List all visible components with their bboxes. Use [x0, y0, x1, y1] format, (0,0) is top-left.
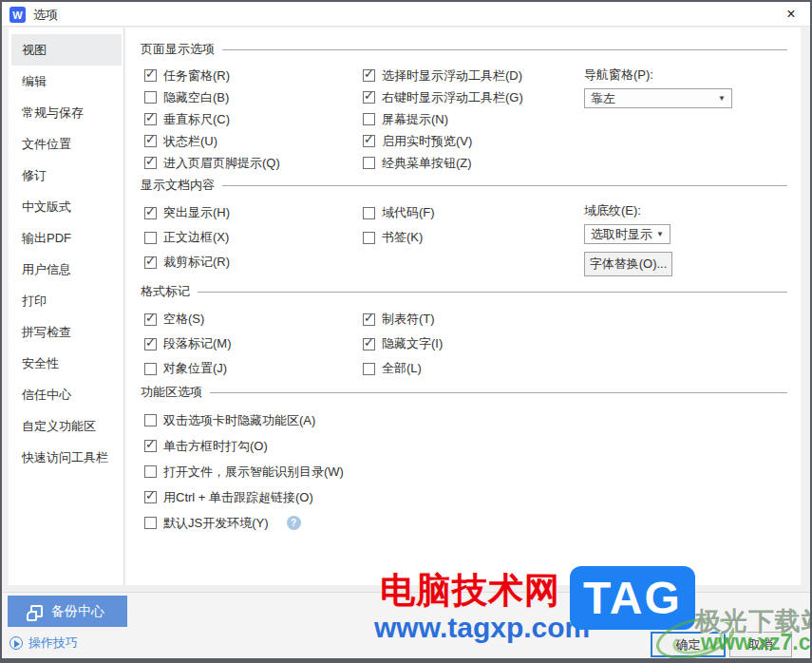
checkbox-box[interactable] — [144, 69, 157, 82]
checkbox-box[interactable] — [144, 338, 157, 350]
checkbox-box[interactable] — [144, 363, 157, 375]
checkbox-tab-characters[interactable]: 制表符(T) — [359, 307, 580, 332]
checkbox-box[interactable] — [144, 135, 157, 147]
sidebar-item-view[interactable]: 视图 — [11, 34, 122, 66]
group-header: 页面显示选项 — [141, 40, 787, 59]
field-shading-dropdown[interactable]: 选取时显示 ▼ — [584, 224, 670, 244]
checkbox-vertical-ruler[interactable]: 垂直标尺(C) — [141, 108, 359, 130]
sidebar-item-revision[interactable]: 修订 — [11, 160, 122, 191]
checkbox-screen-tips[interactable]: 屏幕提示(N) — [359, 108, 580, 130]
checkbox-box[interactable] — [363, 338, 375, 350]
sidebar-item-edit[interactable]: 编辑 — [11, 66, 122, 97]
checkbox-label: 域代码(F) — [382, 204, 435, 221]
ok-button[interactable]: 确定 — [651, 632, 726, 657]
backup-center-button[interactable]: 备份中心 — [8, 596, 127, 627]
dropdown-value: 选取时显示 — [591, 226, 652, 243]
checkbox-text-boundaries[interactable]: 正文边框(X) — [141, 225, 359, 250]
checkbox-box[interactable] — [363, 69, 375, 82]
sidebar-item-file-locations[interactable]: 文件位置 — [11, 128, 122, 160]
nav-pane-dropdown[interactable]: 靠左 ▼ — [584, 88, 732, 108]
checkbox-label: 制表符(T) — [382, 311, 435, 328]
checkbox-label: 双击选项卡时隐藏功能区(A) — [163, 412, 315, 429]
title-bar: W 选项 × — [2, 2, 810, 27]
checkbox-field-codes[interactable]: 域代码(F) — [359, 200, 580, 225]
checkbox-bookmarks[interactable]: 书签(K) — [359, 225, 580, 250]
checkbox-hidden-text[interactable]: 隐藏文字(I) — [359, 332, 580, 356]
sidebar-item-general-save[interactable]: 常规与保存 — [11, 97, 122, 128]
checkbox-label: 隐藏文字(I) — [382, 335, 443, 352]
checkbox-classic-menu-button[interactable]: 经典菜单按钮(Z) — [359, 152, 580, 174]
checkbox-box[interactable] — [363, 207, 375, 219]
checkbox-task-pane[interactable]: 任务窗格(R) — [141, 65, 359, 86]
options-dialog: W 选项 × 视图 编辑 常规与保存 文件位置 修订 中文版式 输出PDF 用户… — [0, 0, 812, 663]
checkbox-status-bar[interactable]: 状态栏(U) — [141, 130, 359, 152]
font-substitution-button[interactable]: 字体替换(O)... — [584, 252, 672, 276]
group-title: 页面显示选项 — [141, 41, 215, 58]
checkbox-box[interactable] — [363, 363, 375, 375]
checkbox-label: 空格(S) — [163, 311, 204, 328]
checkbox-box[interactable] — [363, 313, 375, 326]
sidebar-item-user-info[interactable]: 用户信息 — [11, 254, 122, 285]
group-formatting-marks: 格式标记 空格(S) 段落标记(M) 对象位置(J) — [141, 282, 787, 381]
checkbox-box[interactable] — [144, 232, 157, 244]
checkbox-box[interactable] — [144, 207, 157, 219]
checkbox-hide-whitespace[interactable]: 隐藏空白(B) — [141, 86, 359, 108]
group-display-document-content: 显示文档内容 突出显示(H) 正文边框(X) 裁剪标记(R) — [141, 176, 787, 276]
checkbox-default-js-environment[interactable]: 默认JS开发环境(Y) ? — [141, 510, 787, 536]
checkbox-click-box-to-tick[interactable]: 单击方框时打勾(O) — [141, 433, 787, 459]
checkbox-box[interactable] — [144, 113, 157, 125]
checkbox-box[interactable] — [363, 157, 375, 169]
cancel-button[interactable]: 取消 — [729, 632, 792, 657]
sidebar-item-trust-center[interactable]: 信任中心 — [11, 379, 122, 410]
dialog-footer: 备份中心 操作技巧 确定 取消 — [2, 592, 810, 658]
checkbox-crop-marks[interactable]: 裁剪标记(R) — [141, 250, 359, 275]
operation-tips-link[interactable]: 操作技巧 — [9, 635, 78, 652]
group-header: 功能区选项 — [141, 383, 787, 402]
checkbox-box[interactable] — [144, 440, 157, 452]
checkbox-box[interactable] — [144, 517, 157, 529]
checkbox-all-marks[interactable]: 全部(L) — [359, 356, 580, 381]
checkbox-paragraph-marks[interactable]: 段落标记(M) — [141, 332, 359, 356]
checkbox-smart-toc-on-open[interactable]: 打开文件，展示智能识别目录(W) — [141, 459, 787, 484]
checkbox-box[interactable] — [144, 491, 157, 503]
sidebar-item-security[interactable]: 安全性 — [11, 348, 122, 379]
sidebar-item-customize-ribbon[interactable]: 自定义功能区 — [11, 410, 122, 442]
sidebar-item-chinese-layout[interactable]: 中文版式 — [11, 191, 122, 222]
checkbox-label: 经典菜单按钮(Z) — [382, 155, 472, 172]
checkbox-label: 用Ctrl + 单击跟踪超链接(O) — [163, 489, 313, 506]
checkbox-live-preview[interactable]: 启用实时预览(V) — [359, 130, 580, 152]
checkbox-box[interactable] — [363, 135, 375, 147]
checkbox-object-anchors[interactable]: 对象位置(J) — [141, 356, 359, 381]
checkbox-floating-toolbar-on-rightclick[interactable]: 右键时显示浮动工具栏(G) — [359, 86, 580, 108]
checkbox-box[interactable] — [144, 465, 157, 478]
checkbox-label: 打开文件，展示智能识别目录(W) — [163, 464, 344, 481]
checkbox-header-footer-hint[interactable]: 进入页眉页脚提示(Q) — [141, 152, 359, 174]
checkbox-box[interactable] — [363, 232, 375, 244]
checkbox-label: 对象位置(J) — [163, 360, 227, 377]
sidebar-item-print[interactable]: 打印 — [11, 285, 122, 316]
checkbox-floating-toolbar-on-selection[interactable]: 选择时显示浮动工具栏(D) — [359, 65, 580, 86]
checkbox-box[interactable] — [363, 113, 375, 125]
checkbox-spaces[interactable]: 空格(S) — [141, 307, 359, 332]
close-icon[interactable]: × — [782, 5, 801, 24]
sidebar-item-spell-check[interactable]: 拼写检查 — [11, 316, 122, 348]
checkbox-hide-ribbon-on-doubleclick[interactable]: 双击选项卡时隐藏功能区(A) — [141, 407, 787, 433]
checkbox-box[interactable] — [144, 91, 157, 104]
checkbox-label: 垂直标尺(C) — [163, 111, 230, 128]
checkbox-box[interactable] — [144, 157, 157, 169]
checkbox-box[interactable] — [144, 256, 157, 269]
sidebar-item-quick-access-toolbar[interactable]: 快速访问工具栏 — [11, 442, 122, 473]
checkbox-box[interactable] — [363, 91, 375, 104]
checkbox-ctrl-click-hyperlink[interactable]: 用Ctrl + 单击跟踪超链接(O) — [141, 484, 787, 510]
checkbox-box[interactable] — [144, 313, 157, 326]
sidebar-item-export-pdf[interactable]: 输出PDF — [11, 222, 122, 254]
checkbox-highlight[interactable]: 突出显示(H) — [141, 200, 359, 225]
help-icon[interactable]: ? — [287, 516, 301, 530]
checkbox-label: 段落标记(M) — [163, 335, 232, 352]
options-sidebar: 视图 编辑 常规与保存 文件位置 修订 中文版式 输出PDF 用户信息 打印 拼… — [9, 28, 124, 585]
checkbox-box[interactable] — [144, 414, 157, 426]
backup-icon — [30, 605, 43, 617]
group-divider — [198, 292, 787, 293]
wps-writer-logo-icon: W — [9, 7, 26, 23]
dialog-title: 选项 — [33, 7, 58, 24]
